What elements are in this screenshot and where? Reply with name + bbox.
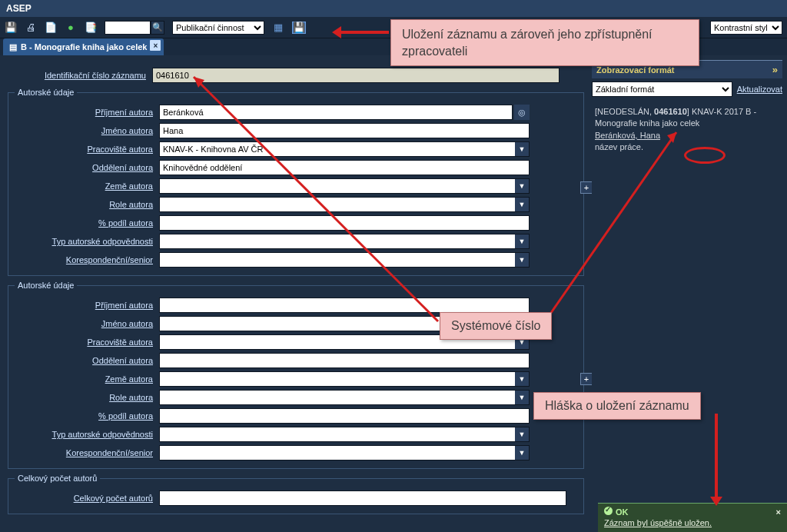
side-panel-title: Zobrazovací formát bbox=[596, 65, 674, 75]
share-label-2: % podíl autora bbox=[15, 411, 159, 421]
format-select[interactable]: Základní formát bbox=[592, 81, 732, 97]
firstname-label: Jméno autora bbox=[15, 126, 159, 135]
callout-save: Uložení záznamu a zároveň jeho zpřístupn… bbox=[390, 19, 699, 66]
toast-close-icon[interactable]: × bbox=[776, 507, 781, 517]
chevron-down-icon: ▼ bbox=[515, 179, 529, 193]
preview-status: [NEODESLÁN, bbox=[595, 107, 652, 116]
total-legend: Celkový počet autorů bbox=[15, 474, 100, 483]
chevron-down-icon: ▼ bbox=[515, 446, 529, 460]
workplace-value: KNAV-K - Knihovna AV ČR bbox=[163, 145, 263, 154]
role-select-2[interactable]: ▼ bbox=[159, 390, 530, 405]
grid-icon[interactable]: ▦ bbox=[272, 22, 284, 34]
resp-select[interactable]: ▼ bbox=[159, 234, 530, 249]
resp-select-2[interactable]: ▼ bbox=[159, 427, 530, 442]
surname-label-2: Příjmení autora bbox=[15, 301, 159, 310]
author-legend-2: Autorské údaje bbox=[15, 281, 77, 290]
chevron-down-icon: ▼ bbox=[515, 198, 529, 211]
add-button[interactable]: + bbox=[580, 373, 592, 385]
surname-label: Příjmení autora bbox=[15, 108, 159, 117]
print-icon[interactable]: 🖨 bbox=[25, 22, 37, 34]
chevron-down-icon: ▼ bbox=[515, 372, 529, 386]
tab-label: B - Monografie kniha jako celek bbox=[21, 42, 147, 52]
chevron-down-icon: ▼ bbox=[515, 391, 529, 404]
role-label-2: Role autora bbox=[15, 393, 159, 402]
author-group-2: Autorské údaje Příjmení autora Jméno aut… bbox=[8, 281, 584, 469]
collapse-icon[interactable]: » bbox=[772, 64, 778, 75]
share-label: % podíl autora bbox=[15, 218, 159, 228]
surname-field-2[interactable] bbox=[159, 298, 530, 313]
total-group: Celkový počet autorů Celkový počet autor… bbox=[8, 474, 584, 514]
side-panel-controls: Základní formát Aktualizovat bbox=[592, 78, 782, 100]
sysnum-highlight-circle bbox=[684, 147, 726, 164]
country-label-2: Země autora bbox=[15, 374, 159, 384]
corr-label-2: Korespondenční/senior bbox=[15, 448, 159, 457]
corr-label: Korespondenční/senior bbox=[15, 255, 159, 264]
search-button[interactable]: 🔍 bbox=[151, 21, 164, 35]
record-preview: [NEODESLÁN, 0461610] KNAV-K 2017 B - Mon… bbox=[592, 100, 782, 160]
lookup-icon[interactable]: ◎ bbox=[514, 105, 530, 120]
callout-sysnum: Systémové číslo bbox=[440, 312, 552, 340]
callout-okmsg: Hláška o uložení záznamu bbox=[533, 392, 701, 420]
share-field-2[interactable] bbox=[159, 408, 530, 424]
repeat-controls-2: + − ↕ bbox=[580, 373, 592, 385]
department-label: Oddělení autora bbox=[15, 163, 159, 172]
firstname-field[interactable] bbox=[159, 123, 530, 138]
tab-monograph[interactable]: ▤ B - Monografie kniha jako celek × bbox=[3, 38, 164, 55]
ok-toast: OK × Záznam byl úspěšně uložen. bbox=[598, 503, 787, 532]
refresh-link[interactable]: Aktualizovat bbox=[737, 81, 782, 97]
save-icon[interactable]: 💾 bbox=[5, 22, 17, 34]
department-label-2: Oddělení autora bbox=[15, 356, 159, 365]
role-select[interactable]: ▼ bbox=[159, 197, 530, 212]
workplace-label-2: Pracoviště autora bbox=[15, 337, 159, 347]
preview-sysnum: 0461610 bbox=[654, 107, 687, 116]
department-field-2[interactable] bbox=[159, 353, 530, 368]
contrast-select[interactable]: Kontrastní styl bbox=[710, 21, 782, 35]
firstname-label-2: Jméno autora bbox=[15, 319, 159, 328]
workplace-select[interactable]: KNAV-K - Knihovna AV ČR ▼ bbox=[159, 141, 530, 157]
author-group-1: Autorské údaje Příjmení autora ◎ Jméno a… bbox=[8, 88, 584, 276]
resp-label-2: Typ autorské odpovědnosti bbox=[15, 430, 159, 439]
department-field[interactable] bbox=[159, 160, 530, 175]
country-label: Země autora bbox=[15, 181, 159, 191]
toast-message: Záznam byl úspěšně uložen. bbox=[604, 518, 781, 527]
form-pane: Identifikační číslo záznamu Autorské úda… bbox=[0, 55, 592, 532]
surname-field[interactable] bbox=[159, 105, 513, 120]
export-icon[interactable]: 📑 bbox=[85, 22, 97, 34]
author-legend-1: Autorské údaje bbox=[15, 88, 77, 97]
tab-close-icon[interactable]: × bbox=[150, 40, 161, 51]
repeat-controls-1: + − ↕ bbox=[580, 181, 592, 194]
corr-select[interactable]: ▼ bbox=[159, 252, 530, 268]
activity-select[interactable]: Publikační činnost bbox=[172, 21, 264, 35]
id-label: Identifikační číslo záznamu bbox=[8, 71, 152, 80]
total-field[interactable] bbox=[159, 490, 566, 506]
copy-icon[interactable]: 📄 bbox=[45, 22, 57, 34]
preview-title: název práce. bbox=[595, 142, 643, 151]
search-input[interactable] bbox=[105, 21, 151, 35]
role-label: Role autora bbox=[15, 200, 159, 209]
total-label: Celkový počet autorů bbox=[15, 494, 159, 503]
country-select[interactable]: ▼ bbox=[159, 178, 530, 194]
workplace-label: Pracoviště autora bbox=[15, 145, 159, 154]
side-pane: Zobrazovací formát » Základní formát Akt… bbox=[592, 55, 787, 532]
ok-label: OK bbox=[616, 507, 629, 517]
preview-author[interactable]: Beránková, Hana bbox=[595, 131, 660, 140]
check-icon[interactable]: ● bbox=[65, 22, 77, 34]
chevron-down-icon: ▼ bbox=[515, 253, 529, 267]
tab-doc-icon: ▤ bbox=[9, 42, 17, 52]
chevron-down-icon: ▼ bbox=[515, 427, 529, 441]
corr-select-2[interactable]: ▼ bbox=[159, 445, 530, 461]
ok-check-icon bbox=[604, 507, 613, 515]
search-group: 🔍 bbox=[105, 21, 164, 35]
chevron-down-icon: ▼ bbox=[515, 234, 529, 248]
app-title: ASEP bbox=[0, 0, 787, 17]
id-field bbox=[152, 68, 560, 83]
resp-label: Typ autorské odpovědnosti bbox=[15, 237, 159, 246]
share-field[interactable] bbox=[159, 215, 530, 231]
save-publish-icon[interactable]: 💾 bbox=[292, 22, 306, 34]
add-button[interactable]: + bbox=[580, 181, 592, 194]
chevron-down-icon: ▼ bbox=[515, 142, 529, 156]
country-select-2[interactable]: ▼ bbox=[159, 371, 530, 387]
